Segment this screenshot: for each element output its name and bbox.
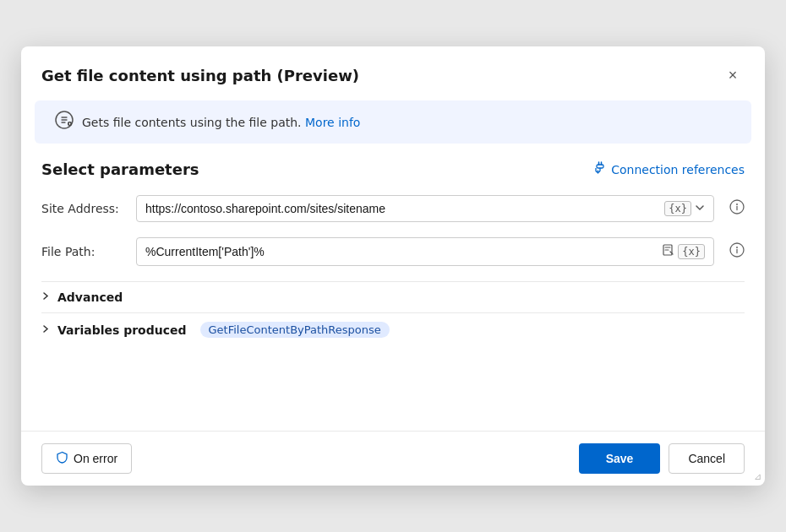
collapsible-label: Advanced (57, 290, 123, 304)
save-button[interactable]: Save (579, 443, 661, 474)
advanced-section[interactable]: Advanced (41, 281, 745, 312)
field-action-icons: {x} (661, 243, 705, 260)
variables-produced-section[interactable]: Variables producedGetFileContentByPathRe… (41, 312, 745, 346)
dialog-title: Get file content using path (Preview) (41, 67, 359, 84)
svg-point-5 (736, 204, 738, 205)
svg-point-8 (736, 247, 738, 248)
field-input-wrapper: {x} (136, 195, 714, 222)
info-icon[interactable] (729, 199, 745, 218)
curly-braces-button[interactable]: {x} (664, 201, 691, 216)
collapsible-label: Variables produced (57, 323, 187, 337)
chevron-right-icon (41, 324, 51, 336)
dialog-footer: On error Save Cancel (21, 431, 765, 486)
on-error-button[interactable]: On error (41, 443, 132, 474)
info-banner-text: Gets file contents using the file path. … (82, 116, 360, 129)
connection-references-button[interactable]: Connection references (592, 160, 745, 178)
site-address-input[interactable] (145, 202, 659, 215)
collapsible-container: AdvancedVariables producedGetFileContent… (41, 281, 745, 346)
chevron-down-icon[interactable] (695, 203, 705, 215)
fields-container: Site Address:{x}File Path:{x} (41, 195, 745, 266)
doc-icon[interactable] (661, 243, 674, 260)
variable-badge: GetFileContentByPathResponse (200, 322, 390, 338)
footer-actions: Save Cancel (579, 443, 745, 474)
on-error-label: On error (74, 452, 117, 465)
more-info-link[interactable]: More info (305, 116, 360, 129)
field-label: Site Address: (41, 202, 126, 215)
section-title: Select parameters (41, 160, 199, 178)
dialog-body: Select parameters Connection references … (21, 144, 765, 431)
file-path-input[interactable] (145, 245, 656, 258)
cancel-button[interactable]: Cancel (669, 443, 745, 474)
resize-handle: ⊿ (754, 471, 761, 482)
field-action-icons: {x} (664, 201, 705, 216)
field-label: File Path: (41, 245, 126, 258)
dialog-header: Get file content using path (Preview) × (21, 46, 765, 100)
field-row: Site Address:{x} (41, 195, 745, 222)
svg-rect-2 (597, 165, 603, 168)
section-header-row: Select parameters Connection references (41, 160, 745, 178)
close-button[interactable]: × (721, 63, 745, 87)
curly-braces-button[interactable]: {x} (678, 244, 705, 259)
plug-icon (592, 160, 606, 178)
connection-references-label: Connection references (611, 163, 745, 176)
chevron-right-icon (41, 291, 51, 303)
info-banner: Gets file contents using the file path. … (35, 100, 751, 144)
shield-icon (56, 451, 68, 466)
field-row: File Path:{x} (41, 237, 745, 266)
info-icon[interactable] (729, 242, 745, 261)
field-input-wrapper: {x} (136, 237, 714, 266)
file-icon (55, 111, 74, 133)
